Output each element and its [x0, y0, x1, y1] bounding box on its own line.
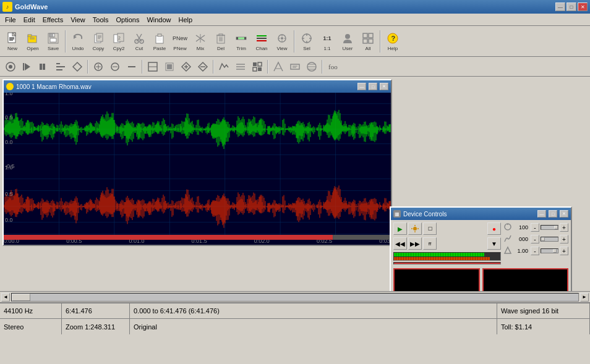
- toolbar2-sep-1: [87, 60, 88, 74]
- sun-button[interactable]: [408, 222, 422, 235]
- help-button[interactable]: ? Help: [383, 28, 403, 54]
- paste-button[interactable]: Paste: [150, 28, 169, 54]
- original-cell: Original: [130, 319, 497, 334]
- trim-button[interactable]: Trim: [231, 28, 251, 54]
- cut-button[interactable]: Cut: [129, 28, 149, 54]
- dc-slider-plus-3[interactable]: +: [560, 247, 568, 255]
- menu-edit[interactable]: Edit: [20, 15, 39, 25]
- cpy2-button[interactable]: 2 Cpy2: [109, 28, 129, 54]
- save-button[interactable]: Save: [43, 28, 63, 54]
- del-button[interactable]: Del: [211, 28, 231, 54]
- view-button[interactable]: View: [272, 28, 292, 54]
- tb2-btn-3[interactable]: [36, 59, 52, 75]
- menu-options[interactable]: Options: [112, 15, 143, 25]
- menu-file[interactable]: File: [1, 15, 20, 25]
- sel-button[interactable]: Sel: [297, 28, 317, 54]
- ff-button[interactable]: ff: [423, 237, 437, 250]
- trim-icon: [234, 32, 248, 45]
- undo-button[interactable]: Undo: [68, 28, 88, 54]
- toolbar-sep-2: [294, 30, 295, 53]
- record-button[interactable]: ●: [487, 222, 501, 235]
- selection-cell: 0.000 to 6:41.476 (6:41.476): [130, 303, 497, 318]
- menu-bar: File Edit Effects View Tools Options Win…: [0, 14, 590, 26]
- new-button[interactable]: New: [2, 28, 22, 54]
- audio-minimize-button[interactable]: —: [357, 83, 366, 90]
- audio-close-button[interactable]: ✕: [380, 83, 388, 90]
- tb2-btn-5[interactable]: [69, 59, 85, 75]
- hscrollbar[interactable]: [11, 293, 579, 302]
- tb2-btn-8[interactable]: [124, 59, 140, 75]
- mix-label: Mix: [197, 46, 204, 51]
- waveform-canvas[interactable]: [4, 93, 391, 245]
- dc-slider-track-3[interactable]: [541, 248, 558, 253]
- audio-window: 1000 1 Macam Rhoma.wav — □ ✕: [2, 79, 392, 246]
- menu-tools[interactable]: Tools: [89, 15, 113, 25]
- scroll-right-button[interactable]: ►: [580, 293, 589, 302]
- cut-icon: [132, 32, 146, 45]
- open-button[interactable]: Open: [23, 28, 43, 54]
- chan-button[interactable]: Chan: [252, 28, 271, 54]
- waveform-area[interactable]: [4, 93, 391, 245]
- dc-slider-plus-1[interactable]: +: [560, 223, 568, 232]
- pnew-button[interactable]: PNew PNew: [170, 28, 190, 54]
- 1to1-button[interactable]: 1:1 1:1: [317, 28, 337, 54]
- dc-slider-plus-2[interactable]: +: [560, 235, 568, 243]
- dc-slider-minus-3[interactable]: -: [531, 247, 539, 255]
- tb2-btn-9[interactable]: [145, 59, 161, 75]
- play-button[interactable]: ▶: [393, 222, 407, 235]
- menu-view[interactable]: View: [67, 15, 89, 25]
- dc-slider-row-2: 000 - +: [503, 234, 568, 244]
- dc-slider-thumb-1[interactable]: [554, 226, 558, 229]
- chan-icon: [255, 32, 268, 45]
- tb2-btn-2[interactable]: [19, 59, 35, 75]
- tb2-btn-12[interactable]: [195, 59, 211, 75]
- toolbar2: foo: [0, 57, 590, 77]
- checkbox-1[interactable]: ☐: [423, 222, 437, 235]
- toolbar-sep-1: [65, 30, 66, 53]
- dc-maximize-button[interactable]: □: [549, 210, 557, 218]
- dc-minimize-button[interactable]: —: [537, 210, 546, 218]
- tb2-btn-16[interactable]: [270, 59, 286, 75]
- tb2-btn-4[interactable]: [53, 59, 69, 75]
- tb2-btn-7[interactable]: [107, 59, 123, 75]
- minimize-button[interactable]: —: [555, 2, 565, 11]
- view-icon: [275, 32, 289, 45]
- audio-maximize-button[interactable]: □: [369, 83, 377, 90]
- dc-slider-track-1[interactable]: [541, 225, 558, 230]
- menu-effects[interactable]: Effects: [39, 15, 67, 25]
- status-bar: 44100 Hz 6:41.476 0.000 to 6:41.476 (6:4…: [0, 302, 590, 333]
- mix-button[interactable]: Mix: [190, 28, 210, 54]
- tb2-btn-14[interactable]: [233, 59, 249, 75]
- tb2-btn-6[interactable]: [90, 59, 106, 75]
- dc-close-button[interactable]: ✕: [560, 210, 568, 218]
- dc-slider-thumb-2[interactable]: [541, 237, 545, 241]
- dropdown-btn[interactable]: ▼: [487, 237, 501, 250]
- dc-slider-minus-1[interactable]: -: [531, 223, 539, 232]
- open-label: Open: [27, 46, 39, 51]
- dc-slider-thumb-3[interactable]: [553, 249, 557, 253]
- all-button[interactable]: All: [358, 28, 378, 54]
- hscrollbar-thumb[interactable]: [12, 294, 30, 301]
- tb2-btn-17[interactable]: [287, 59, 303, 75]
- close-button[interactable]: ✕: [578, 2, 588, 11]
- tb2-btn-10[interactable]: [161, 59, 177, 75]
- user-button[interactable]: User: [338, 28, 357, 54]
- forward-button[interactable]: ▶▶: [408, 237, 422, 250]
- maximize-button[interactable]: □: [566, 2, 576, 11]
- scroll-left-button[interactable]: ◄: [1, 293, 10, 302]
- rewind-button[interactable]: ◀◀: [393, 237, 407, 250]
- menu-help[interactable]: Help: [175, 15, 197, 25]
- user-label: User: [343, 46, 353, 51]
- tb2-btn-1[interactable]: [2, 59, 19, 75]
- tb2-btn-18[interactable]: [304, 59, 320, 75]
- tb2-btn-15[interactable]: [249, 59, 265, 75]
- dc-slider-row-3: 1.00 - +: [503, 246, 568, 256]
- tb2-btn-19[interactable]: foo: [325, 59, 341, 75]
- menu-window[interactable]: Window: [143, 15, 174, 25]
- tb2-btn-11[interactable]: [178, 59, 194, 75]
- dc-slider-track-2[interactable]: [541, 237, 558, 242]
- dc-slider-minus-2[interactable]: -: [531, 235, 539, 243]
- svg-line-26: [137, 34, 139, 38]
- tb2-btn-13[interactable]: [216, 59, 232, 75]
- copy-button[interactable]: Copy: [88, 28, 108, 54]
